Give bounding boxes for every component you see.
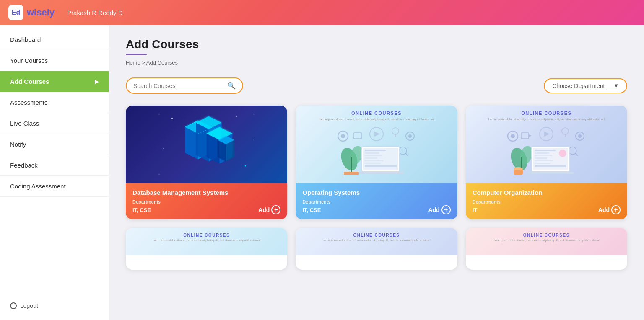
page-title: Add Courses <box>126 38 627 51</box>
logo-box: Ed <box>8 5 23 20</box>
svg-point-76 <box>514 167 523 170</box>
search-button[interactable]: 🔍 <box>227 82 236 90</box>
controls-row: 🔍 Choose Department IT CSE ECE EEE MECH … <box>126 77 627 94</box>
svg-rect-70 <box>535 160 553 161</box>
sidebar-item-coding-assessment[interactable]: Coding Assessment <box>0 176 109 197</box>
svg-point-1 <box>253 114 255 115</box>
oc-sub-co: Lorem ipsum dolor sit amet, consectetur … <box>474 117 619 121</box>
bottom-card-2: ONLINE COURSES Lorem ipsum dolor sit ame… <box>296 228 457 270</box>
sidebar-item-assessments[interactable]: Assessments <box>0 92 109 113</box>
course-card-db: Database Management Systems Departments … <box>126 106 287 219</box>
add-button-db[interactable]: Add + <box>258 205 280 214</box>
logo-text: wisely <box>27 7 55 18</box>
bottom-card-3-title: ONLINE COURSES <box>471 231 622 237</box>
svg-rect-72 <box>535 165 566 167</box>
logo-area: Ed wisely <box>8 5 55 20</box>
svg-rect-47 <box>358 172 404 174</box>
card-image-os: ONLINE COURSES Lorem ipsum dolor sit ame… <box>296 106 457 183</box>
svg-rect-45 <box>365 163 381 164</box>
card-title-co: Computer Organization <box>473 189 621 196</box>
main-layout: Dashboard Your Courses Add Courses ▶ Ass… <box>0 25 644 320</box>
bottom-card-2-title: ONLINE COURSES <box>301 231 452 237</box>
logout-label: Logout <box>20 302 38 309</box>
svg-line-34 <box>405 153 408 156</box>
online-course-graphic-co: ONLINE COURSES Lorem ipsum dolor sit ame… <box>466 106 627 183</box>
sidebar-item-dashboard[interactable]: Dashboard <box>0 29 109 50</box>
bottom-card-3: ONLINE COURSES Lorem ipsum dolor sit ame… <box>466 228 627 270</box>
sidebar-item-add-courses[interactable]: Add Courses ▶ <box>0 71 109 92</box>
svg-point-22 <box>163 148 164 149</box>
card-dept-row-db: IT, CSE Add + <box>132 205 280 214</box>
logout-button[interactable]: Logout <box>0 296 109 316</box>
card-dept-row-co: IT Add + <box>473 205 621 214</box>
course-card-os: ONLINE COURSES Lorem ipsum dolor sit ame… <box>296 106 457 219</box>
logout-icon <box>10 302 17 309</box>
course-card-co: ONLINE COURSES Lorem ipsum dolor sit ame… <box>466 106 627 219</box>
online-course-graphic-os: ONLINE COURSES Lorem ipsum dolor sit ame… <box>296 106 457 183</box>
add-courses-arrow: ▶ <box>95 79 99 85</box>
sidebar-item-feedback[interactable]: Feedback <box>0 155 109 176</box>
svg-point-55 <box>562 128 569 134</box>
svg-line-60 <box>575 153 578 156</box>
svg-rect-67 <box>535 152 549 154</box>
sidebar-item-notify[interactable]: Notify <box>0 134 109 155</box>
svg-point-27 <box>408 134 412 138</box>
svg-rect-32 <box>353 133 362 139</box>
sidebar-item-your-courses[interactable]: Your Courses <box>0 50 109 71</box>
logo-ed: Ed <box>12 9 20 16</box>
svg-rect-40 <box>365 150 386 151</box>
svg-point-0 <box>158 114 160 115</box>
oc-title-co: ONLINE COURSES <box>466 111 627 116</box>
app-header: Ed wisely Prakash R Reddy D <box>0 0 644 25</box>
card-image-co: ONLINE COURSES Lorem ipsum dolor sit ame… <box>466 106 627 183</box>
svg-marker-58 <box>529 134 532 137</box>
department-select[interactable]: Choose Department IT CSE ECE EEE MECH CI… <box>552 83 613 89</box>
svg-rect-73 <box>559 150 566 157</box>
header-username: Prakash R Reddy D <box>67 9 123 16</box>
oc-sub-os: Lorem ipsum dolor sit amet, consectetur … <box>304 117 449 121</box>
svg-marker-54 <box>544 132 550 137</box>
card-info-os: Operating Systems Departments IT, CSE Ad… <box>296 183 457 219</box>
svg-rect-57 <box>521 133 529 139</box>
svg-rect-44 <box>365 160 383 161</box>
add-circle-icon-co: + <box>611 205 621 214</box>
content-area: Add Courses Home > Add Courses 🔍 Choose … <box>109 25 644 320</box>
card-dept-label-co: Departments <box>473 199 621 204</box>
department-chevron-icon: ▼ <box>613 83 619 89</box>
sidebar-item-live-class[interactable]: Live Class <box>0 113 109 134</box>
svg-rect-74 <box>527 172 574 174</box>
card-image-db <box>126 106 287 183</box>
add-button-co[interactable]: Add + <box>598 205 621 214</box>
bottom-card-1: ONLINE COURSES Lorem ipsum dolor sit ame… <box>126 228 287 270</box>
svg-marker-29 <box>374 132 380 137</box>
svg-point-52 <box>578 134 582 138</box>
logo-wisely: wisely <box>27 7 55 18</box>
search-input[interactable] <box>133 83 227 89</box>
bottom-card-1-title: ONLINE COURSES <box>131 231 282 237</box>
co-illustration <box>500 115 592 182</box>
card-dept-label-db: Departments <box>132 199 280 204</box>
card-info-db: Database Management Systems Departments … <box>126 183 287 219</box>
db-illustration <box>126 106 287 183</box>
add-button-os[interactable]: Add + <box>428 205 450 214</box>
bottom-card-1-sub: Lorem ipsum dolor sit amet, consectetur … <box>126 237 287 243</box>
card-dept-value-os: IT, CSE <box>302 207 321 213</box>
bottom-card-2-sub: Lorem ipsum dolor sit amet, consectetur … <box>296 237 457 243</box>
svg-point-21 <box>236 116 237 117</box>
svg-point-25 <box>341 134 345 138</box>
card-info-co: Computer Organization Departments IT Add… <box>466 183 627 219</box>
svg-point-23 <box>254 139 254 140</box>
svg-rect-66 <box>535 150 556 151</box>
svg-rect-46 <box>365 165 397 167</box>
card-title-db: Database Management Systems <box>132 189 280 196</box>
bottom-card-1-image: ONLINE COURSES Lorem ipsum dolor sit ame… <box>126 228 287 255</box>
svg-rect-71 <box>535 163 551 164</box>
bottom-card-2-image: ONLINE COURSES Lorem ipsum dolor sit ame… <box>296 228 457 255</box>
sidebar: Dashboard Your Courses Add Courses ▶ Ass… <box>0 25 109 320</box>
courses-grid: Database Management Systems Departments … <box>126 106 627 219</box>
svg-point-50 <box>511 134 515 138</box>
card-title-os: Operating Systems <box>302 189 450 196</box>
bottom-cards-grid: ONLINE COURSES Lorem ipsum dolor sit ame… <box>126 228 627 270</box>
add-circle-icon-os: + <box>441 205 451 214</box>
svg-point-2 <box>158 173 160 175</box>
